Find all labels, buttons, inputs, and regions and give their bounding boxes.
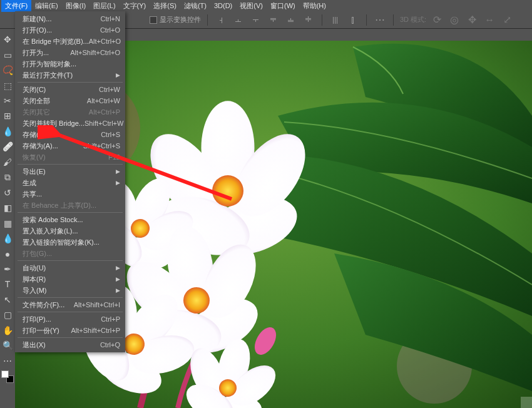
menu-item-label: 在 Behance 上共享(D)...	[23, 201, 96, 210]
menu-image[interactable]: 图像(I)	[62, 0, 90, 12]
slide-3d-icon: ↔	[483, 14, 496, 26]
pen-tool-icon[interactable]: ✒	[1, 263, 14, 275]
file-menu-item[interactable]: 打开(O)...Ctrl+O	[15, 24, 125, 36]
distribute-v-icon[interactable]: ⫿	[346, 14, 360, 26]
distribute-h-icon[interactable]: ⫼	[329, 14, 342, 26]
file-menu-item[interactable]: 搜索 Adobe Stock...	[15, 214, 125, 225]
file-menu-item[interactable]: 导出(E)▶	[15, 166, 125, 177]
more-icon[interactable]: ⋯	[373, 14, 387, 26]
stamp-tool-icon[interactable]: ⧉	[1, 171, 14, 183]
mode-3d-label: 3D 模式:	[400, 15, 426, 24]
menu-item-label: 关闭其它	[23, 108, 50, 117]
file-menu-item[interactable]: 置入链接的智能对象(K)...	[15, 237, 125, 248]
scale-3d-icon: ⤢	[500, 14, 514, 26]
menu-help[interactable]: 帮助(H)	[299, 0, 330, 12]
menu-item-shortcut: Ctrl+W	[99, 86, 120, 93]
brush-tool-icon[interactable]: 🖌	[1, 156, 14, 168]
menu-item-label: 打包(G)...	[23, 249, 52, 258]
menu-item-label: 文件简介(F)...	[23, 300, 64, 310]
menu-item-label: 最近打开文件(T)	[23, 71, 73, 80]
file-menu-item[interactable]: 关闭并转到 Bridge...Shift+Ctrl+W	[15, 118, 125, 129]
file-menu-item[interactable]: 关闭全部Alt+Ctrl+W	[15, 95, 125, 106]
file-menu-item: 打包(G)...	[15, 248, 125, 259]
menu-item-shortcut: Alt+Shift+Ctrl+I	[74, 301, 120, 309]
align-center-v-icon[interactable]: ⫨	[284, 14, 298, 26]
submenu-arrow-icon: ▶	[116, 287, 120, 293]
foreground-color-swatch[interactable]	[1, 370, 9, 378]
submenu-arrow-icon: ▶	[116, 265, 120, 271]
menu-filter[interactable]: 滤镜(T)	[180, 0, 210, 12]
menu-item-label: 导入(M)	[23, 286, 47, 295]
history-brush-tool-icon[interactable]: ↺	[1, 187, 14, 198]
zoom-tool-icon[interactable]: 🔍	[1, 340, 14, 351]
submenu-arrow-icon: ▶	[116, 276, 120, 282]
blur-tool-icon[interactable]: 💧	[1, 233, 14, 244]
align-bottom-icon[interactable]: ⫩	[302, 14, 315, 26]
file-menu-item[interactable]: 置入嵌入对象(L)...	[15, 225, 125, 237]
menu-window[interactable]: 窗口(W)	[267, 0, 299, 12]
quick-select-tool-icon[interactable]: ⬚	[1, 79, 14, 91]
color-swatches[interactable]	[1, 370, 14, 383]
menu-edit[interactable]: 编辑(E)	[31, 0, 62, 12]
path-tool-icon[interactable]: ↖	[1, 294, 14, 305]
file-menu-item[interactable]: 文件简介(F)...Alt+Shift+Ctrl+I	[15, 299, 125, 310]
file-menu-item[interactable]: 打印一份(Y)Alt+Shift+Ctrl+P	[15, 325, 125, 336]
menu-3d[interactable]: 3D(D)	[210, 1, 236, 11]
file-menu-item[interactable]: 脚本(R)▶	[15, 273, 125, 285]
frame-tool-icon[interactable]: ⊞	[1, 110, 14, 121]
menu-item-label: 共享...	[23, 190, 42, 199]
menu-layer[interactable]: 图层(L)	[90, 0, 119, 12]
menu-item-shortcut: Alt+Shift+Ctrl+P	[71, 327, 120, 334]
dodge-tool-icon[interactable]: ●	[1, 248, 14, 259]
menu-item-shortcut: Alt+Ctrl+P	[89, 108, 120, 116]
menu-item-label: 关闭(C)	[23, 85, 46, 94]
show-transform-label: 显示变换控件	[160, 15, 201, 24]
submenu-arrow-icon: ▶	[116, 168, 120, 175]
align-center-h-icon[interactable]: ⫠	[232, 14, 245, 26]
file-menu-item[interactable]: 存储(S)Ctrl+S	[15, 129, 125, 140]
hand-tool-icon[interactable]: ✋	[1, 325, 14, 336]
file-menu-item[interactable]: 关闭(C)Ctrl+W	[15, 84, 125, 95]
menu-file[interactable]: 文件(F)	[1, 0, 31, 12]
menu-item-shortcut: Ctrl+N	[101, 15, 120, 23]
menu-view[interactable]: 视图(V)	[236, 0, 267, 12]
align-top-icon[interactable]: ⫧	[267, 14, 280, 26]
marquee-tool-icon[interactable]: ▭	[1, 49, 14, 60]
type-tool-icon[interactable]: T	[1, 278, 14, 290]
file-menu-item[interactable]: 导入(M)▶	[15, 285, 125, 296]
file-menu-item[interactable]: 存储为(A)...Shift+Ctrl+S	[15, 140, 125, 151]
eyedropper-tool-icon[interactable]: 💧	[1, 126, 14, 137]
submenu-arrow-icon: ▶	[116, 72, 120, 78]
menu-select[interactable]: 选择(S)	[150, 0, 180, 12]
file-menu-item[interactable]: 退出(X)Ctrl+Q	[15, 339, 125, 350]
menu-item-label: 恢复(V)	[23, 153, 46, 162]
gradient-tool-icon[interactable]: ▦	[1, 217, 14, 228]
menu-item-shortcut: Shift+Ctrl+W	[84, 120, 123, 127]
menu-item-label: 置入嵌入对象(L)...	[23, 227, 78, 236]
move-tool-icon[interactable]: ✥	[1, 34, 14, 45]
menu-item-label: 在 Bridge 中浏览(B)...	[23, 37, 89, 46]
menu-type[interactable]: 文字(Y)	[120, 0, 150, 12]
file-menu-item[interactable]: 自动(U)▶	[15, 262, 125, 273]
file-menu-item[interactable]: 打开为智能对象...	[15, 58, 125, 69]
menu-item-label: 打开(O)...	[23, 26, 52, 35]
file-menu-item[interactable]: 打印(P)...Ctrl+P	[15, 314, 125, 325]
file-menu-item[interactable]: 新建(N)...Ctrl+N	[15, 13, 125, 24]
crop-tool-icon[interactable]: ✂	[1, 95, 14, 106]
file-menu-item[interactable]: 共享...	[15, 188, 125, 200]
file-menu-item[interactable]: 打开为...Alt+Shift+Ctrl+O	[15, 47, 125, 58]
shape-tool-icon[interactable]: ▢	[1, 309, 14, 320]
lasso-tool-icon[interactable]: 📿	[1, 64, 14, 76]
eraser-tool-icon[interactable]: ◧	[1, 202, 14, 213]
menu-item-label: 关闭全部	[23, 96, 50, 106]
watermark	[521, 397, 532, 408]
file-menu-item[interactable]: 生成▶	[15, 177, 125, 188]
align-right-icon[interactable]: ⫟	[249, 14, 263, 26]
file-menu-item[interactable]: 在 Bridge 中浏览(B)...Alt+Ctrl+O	[15, 36, 125, 47]
file-menu-item[interactable]: 最近打开文件(T)▶	[15, 69, 125, 81]
menu-item-label: 打开为...	[23, 48, 49, 58]
edit-toolbar-icon[interactable]: ⋯	[1, 355, 14, 367]
show-transform-checkbox[interactable]	[150, 16, 157, 24]
healing-tool-icon[interactable]: 🩹	[1, 141, 14, 152]
align-left-icon[interactable]: ⫞	[214, 14, 228, 26]
